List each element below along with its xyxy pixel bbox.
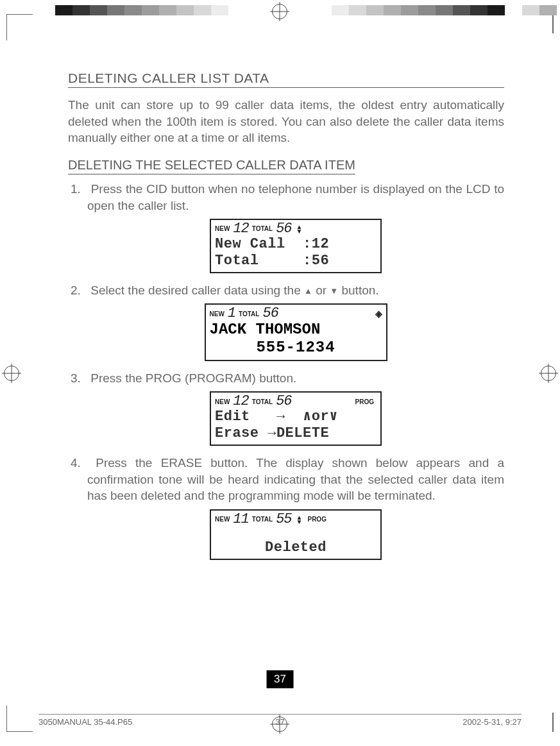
color-swatch-strip-left <box>55 5 246 15</box>
step-text: Press the PROG (PROGRAM) button. <box>90 371 296 385</box>
print-footer: 3050MANUAL 35-44.P65 37 2002-5-31, 9:27 <box>38 714 522 727</box>
lcd-total-label: TOTAL <box>239 310 259 319</box>
footer-date: 2002-5-31, 9:27 <box>462 717 522 727</box>
color-swatch <box>488 5 505 15</box>
color-swatch <box>522 5 539 15</box>
step-text: Press the ERASE button. The display show… <box>87 456 504 502</box>
step-text: Press the CID button when no telephone n… <box>87 182 504 212</box>
color-swatch <box>384 5 401 15</box>
registration-target-icon <box>4 366 19 381</box>
color-swatch <box>470 5 488 15</box>
cropmark-bottom-left <box>6 706 33 732</box>
color-swatch <box>401 5 418 15</box>
up-down-arrows-icon: ▲▼ <box>296 515 303 524</box>
up-triangle-icon: ▲ <box>304 286 312 296</box>
lcd-status-row: NEW 12 TOTAL 56 PROG <box>215 394 377 409</box>
lcd-prog-label: PROG <box>355 398 377 407</box>
color-swatch <box>211 5 228 15</box>
color-swatch <box>124 5 142 15</box>
lcd-new-count: 11 <box>232 513 249 527</box>
lcd-total-label: TOTAL <box>252 398 273 407</box>
heading-sub: DELETING THE SELECTED CALLER DATA ITEM <box>68 158 355 174</box>
color-swatch <box>55 5 72 15</box>
color-swatch <box>228 5 246 15</box>
lcd-new-label: NEW <box>215 515 230 524</box>
lcd-line-2: Total :56 <box>215 253 377 269</box>
page-number: 37 <box>266 670 294 688</box>
color-swatch <box>194 5 211 15</box>
lcd-new-count: 1 <box>227 307 236 321</box>
color-swatch <box>107 5 124 15</box>
step-text-mid: or <box>312 284 330 297</box>
cropmark-top-left <box>6 14 33 40</box>
footer-page: 37 <box>275 717 284 727</box>
color-swatch <box>418 5 436 15</box>
lcd-blank-line <box>215 527 377 539</box>
cropmark-bottom-right <box>552 713 554 732</box>
lcd-total-count: 56 <box>275 394 292 409</box>
lcd-display-3: NEW 12 TOTAL 56 PROG Edit → ∧or∨ Erase →… <box>210 391 382 446</box>
color-swatch <box>314 5 332 15</box>
lcd-new-label: NEW <box>210 310 225 319</box>
step-list: Press the CID button when no telephone n… <box>68 181 504 560</box>
lcd-status-row: NEW 1 TOTAL 56 ◈ <box>210 307 382 321</box>
color-swatch <box>453 5 470 15</box>
step-text-post: button. <box>338 284 378 297</box>
color-swatch <box>72 5 90 15</box>
footer-filename: 3050MANUAL 35-44.P65 <box>38 717 132 727</box>
lcd-total-count: 56 <box>262 307 278 321</box>
heading-main: DELETING CALLER LIST DATA <box>68 71 504 88</box>
lcd-total-label: TOTAL <box>252 225 273 233</box>
lcd-line-1: New Call :12 <box>215 236 377 252</box>
color-swatch <box>505 5 522 15</box>
lcd-new-label: NEW <box>215 225 230 233</box>
color-swatch <box>366 5 384 15</box>
color-swatch <box>332 5 349 15</box>
lcd-line-2: Deleted <box>215 539 377 555</box>
registration-target-icon <box>541 366 556 381</box>
step-2: Select the desired caller data using the… <box>87 282 504 361</box>
lcd-line-1: Edit → ∧or∨ <box>215 409 377 425</box>
lcd-display-4: NEW 11 TOTAL 55 ▲▼ PROG Deleted <box>210 509 382 560</box>
down-triangle-icon: ▼ <box>330 286 338 296</box>
registration-target-icon <box>272 4 287 19</box>
color-swatch <box>176 5 194 15</box>
manual-page: DELETING CALLER LIST DATA The unit can s… <box>0 0 560 746</box>
step-text-pre: Select the desired caller data using the <box>90 284 304 297</box>
lcd-new-label: NEW <box>215 398 230 407</box>
color-swatch <box>90 5 107 15</box>
color-swatch <box>349 5 366 15</box>
lcd-total-count: 55 <box>275 513 292 527</box>
lcd-line-2: 555-1234 <box>210 339 382 357</box>
lcd-new-count: 12 <box>232 394 249 409</box>
lcd-total-label: TOTAL <box>252 515 273 524</box>
diamond-icon: ◈ <box>375 308 382 320</box>
lcd-prog-label: PROG <box>307 515 328 524</box>
lcd-line-2: Erase →DELETE <box>215 425 377 441</box>
lcd-status-row: NEW 11 TOTAL 55 ▲▼ PROG <box>215 513 377 527</box>
step-4: Press the ERASE button. The display show… <box>87 455 504 560</box>
cropmark-top-right <box>552 14 554 33</box>
color-swatch-strip-right <box>314 5 557 15</box>
page-content: DELETING CALLER LIST DATA The unit can s… <box>68 71 504 569</box>
lcd-status-row: NEW 12 TOTAL 56 ▲▼ <box>215 222 377 236</box>
lcd-line-1: JACK THOMSON <box>210 321 382 339</box>
step-1: Press the CID button when no telephone n… <box>87 181 504 273</box>
color-swatch <box>159 5 176 15</box>
up-down-arrows-icon: ▲▼ <box>296 225 303 233</box>
color-swatch <box>539 5 557 15</box>
step-3: Press the PROG (PROGRAM) button. NEW 12 … <box>87 370 504 446</box>
lcd-display-1: NEW 12 TOTAL 56 ▲▼ New Call :12 Total :5… <box>210 219 382 273</box>
color-swatch <box>436 5 453 15</box>
lcd-new-count: 12 <box>232 222 249 236</box>
lcd-display-2: NEW 1 TOTAL 56 ◈ JACK THOMSON 555-1234 <box>205 303 387 360</box>
color-swatch <box>142 5 159 15</box>
lcd-total-count: 56 <box>275 222 292 236</box>
intro-paragraph: The unit can store up to 99 caller data … <box>68 97 504 146</box>
